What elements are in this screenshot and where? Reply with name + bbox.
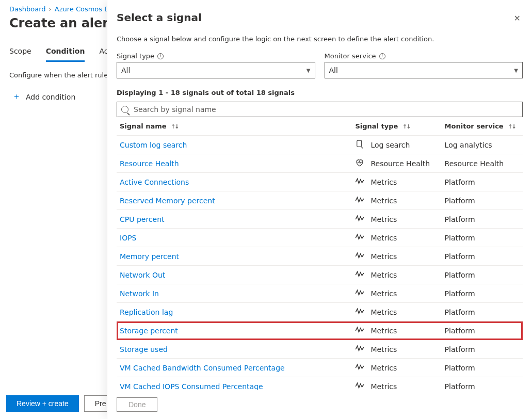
table-row[interactable]: CPU percentMetricsPlatform bbox=[117, 210, 523, 229]
monitor-service-text: Platform bbox=[442, 284, 523, 303]
sort-icon: ↑↓ bbox=[508, 123, 515, 130]
add-condition-label: Add condition bbox=[26, 93, 75, 101]
heart-icon bbox=[355, 158, 364, 169]
table-row[interactable]: IOPSMetricsPlatform bbox=[117, 229, 523, 247]
review-create-button[interactable]: Review + create bbox=[6, 395, 79, 412]
signal-name-link[interactable]: CPU percent bbox=[120, 215, 165, 223]
table-row[interactable]: VM Cached IOPS Consumed PercentageMetric… bbox=[117, 377, 523, 391]
monitor-service-text: Platform bbox=[442, 247, 523, 266]
signal-type-text: Metrics bbox=[370, 364, 397, 372]
metric-icon bbox=[355, 214, 364, 224]
breadcrumb-dashboard[interactable]: Dashboard bbox=[9, 5, 46, 13]
search-input[interactable] bbox=[133, 105, 518, 114]
metric-icon bbox=[355, 232, 364, 243]
signal-type-text: Metrics bbox=[370, 252, 397, 261]
info-icon[interactable]: i bbox=[157, 53, 164, 59]
table-row[interactable]: Network OutMetricsPlatform bbox=[117, 266, 523, 284]
monitor-service-text: Platform bbox=[442, 229, 523, 247]
signal-name-link[interactable]: VM Cached IOPS Consumed Percentage bbox=[120, 382, 263, 391]
monitor-service-text: Platform bbox=[442, 210, 523, 229]
signal-type-text: Metrics bbox=[370, 289, 397, 298]
signal-type-select[interactable]: All ▼ bbox=[117, 62, 315, 78]
chevron-down-icon: ▼ bbox=[514, 68, 518, 73]
monitor-service-label: Monitor service i bbox=[325, 52, 523, 60]
monitor-service-value: All bbox=[329, 66, 338, 74]
col-monitor-service[interactable]: Monitor service ↑↓ bbox=[442, 117, 523, 136]
table-row[interactable]: Active ConnectionsMetricsPlatform bbox=[117, 173, 523, 191]
table-row[interactable]: Storage usedMetricsPlatform bbox=[117, 340, 523, 359]
monitor-service-text: Resource Health bbox=[442, 154, 523, 173]
signal-name-link[interactable]: Storage used bbox=[120, 345, 168, 353]
signal-type-text: Metrics bbox=[370, 197, 397, 205]
metric-icon bbox=[355, 362, 364, 373]
monitor-service-text: Platform bbox=[442, 377, 523, 391]
signal-count-text: Displaying 1 - 18 signals out of total 1… bbox=[117, 89, 523, 96]
metric-icon bbox=[355, 325, 364, 336]
col-signal-name[interactable]: Signal name ↑↓ bbox=[117, 117, 352, 136]
signal-type-text: Resource Health bbox=[370, 159, 430, 168]
metric-icon bbox=[355, 381, 364, 390]
sort-icon: ↑↓ bbox=[171, 123, 178, 130]
table-row[interactable]: Replication lagMetricsPlatform bbox=[117, 303, 523, 321]
col-signal-type[interactable]: Signal type ↑↓ bbox=[352, 117, 441, 136]
signal-type-label: Signal type i bbox=[117, 52, 315, 60]
monitor-service-text: Platform bbox=[442, 191, 523, 210]
table-row[interactable]: Memory percentMetricsPlatform bbox=[117, 247, 523, 266]
signal-name-link[interactable]: Network Out bbox=[120, 271, 165, 279]
select-signal-panel: Select a signal ✕ Choose a signal below … bbox=[107, 0, 532, 419]
signal-type-text: Metrics bbox=[370, 178, 397, 186]
search-box[interactable] bbox=[117, 102, 523, 117]
signal-type-text: Metrics bbox=[370, 234, 397, 242]
chevron-down-icon: ▼ bbox=[307, 68, 311, 73]
monitor-service-text: Platform bbox=[442, 266, 523, 284]
signal-type-text: Metrics bbox=[370, 308, 397, 316]
monitor-service-text: Platform bbox=[442, 303, 523, 321]
signal-name-link[interactable]: Active Connections bbox=[120, 178, 189, 186]
tab-condition[interactable]: Condition bbox=[46, 44, 85, 62]
signal-name-link[interactable]: Reserved Memory percent bbox=[120, 197, 215, 205]
table-row[interactable]: Storage percentMetricsPlatform bbox=[117, 321, 523, 340]
signal-type-text: Metrics bbox=[370, 345, 397, 353]
signal-name-link[interactable]: Custom log search bbox=[120, 141, 187, 149]
signal-type-text: Log search bbox=[370, 141, 410, 149]
table-row[interactable]: Resource HealthResource HealthResource H… bbox=[117, 154, 523, 173]
metric-icon bbox=[355, 344, 364, 354]
signal-type-text: Metrics bbox=[370, 271, 397, 279]
metric-icon bbox=[355, 251, 364, 262]
plus-icon: ＋ bbox=[12, 91, 21, 102]
signal-type-text: Metrics bbox=[370, 327, 397, 335]
metric-icon bbox=[355, 307, 364, 317]
signal-name-link[interactable]: Memory percent bbox=[120, 252, 179, 261]
table-row[interactable]: VM Cached Bandwidth Consumed PercentageM… bbox=[117, 359, 523, 377]
table-row[interactable]: Custom log searchLog searchLog analytics bbox=[117, 136, 523, 154]
signal-name-link[interactable]: IOPS bbox=[120, 234, 136, 242]
table-row[interactable]: Reserved Memory percentMetricsPlatform bbox=[117, 191, 523, 210]
panel-description: Choose a signal below and configure the … bbox=[117, 35, 523, 43]
monitor-service-text: Platform bbox=[442, 340, 523, 359]
panel-title: Select a signal bbox=[117, 11, 202, 24]
tab-scope[interactable]: Scope bbox=[9, 44, 31, 62]
signals-table: Signal name ↑↓ Signal type ↑↓ Monitor se… bbox=[117, 117, 523, 390]
table-row[interactable]: Network InMetricsPlatform bbox=[117, 284, 523, 303]
svg-rect-0 bbox=[357, 140, 362, 147]
breadcrumb-cosmos[interactable]: Azure Cosmos D bbox=[55, 5, 109, 13]
monitor-service-select[interactable]: All ▼ bbox=[325, 62, 523, 78]
signal-name-link[interactable]: Network In bbox=[120, 289, 159, 298]
monitor-service-text: Platform bbox=[442, 321, 523, 340]
metric-icon bbox=[355, 176, 364, 187]
metric-icon bbox=[355, 195, 364, 206]
close-icon[interactable]: ✕ bbox=[512, 11, 523, 25]
signal-name-link[interactable]: VM Cached Bandwidth Consumed Percentage bbox=[120, 364, 285, 372]
info-icon[interactable]: i bbox=[379, 53, 385, 59]
log-icon bbox=[355, 139, 364, 150]
signal-name-link[interactable]: Replication lag bbox=[120, 308, 173, 316]
monitor-service-text: Platform bbox=[442, 173, 523, 191]
sort-icon: ↑↓ bbox=[402, 123, 410, 130]
signal-type-text: Metrics bbox=[370, 382, 397, 391]
monitor-service-text: Log analytics bbox=[442, 136, 523, 154]
signal-name-link[interactable]: Storage percent bbox=[120, 327, 178, 335]
signal-name-link[interactable]: Resource Health bbox=[120, 159, 179, 168]
metric-icon bbox=[355, 288, 364, 299]
done-button[interactable]: Done bbox=[117, 397, 157, 412]
signal-type-text: Metrics bbox=[370, 215, 397, 223]
